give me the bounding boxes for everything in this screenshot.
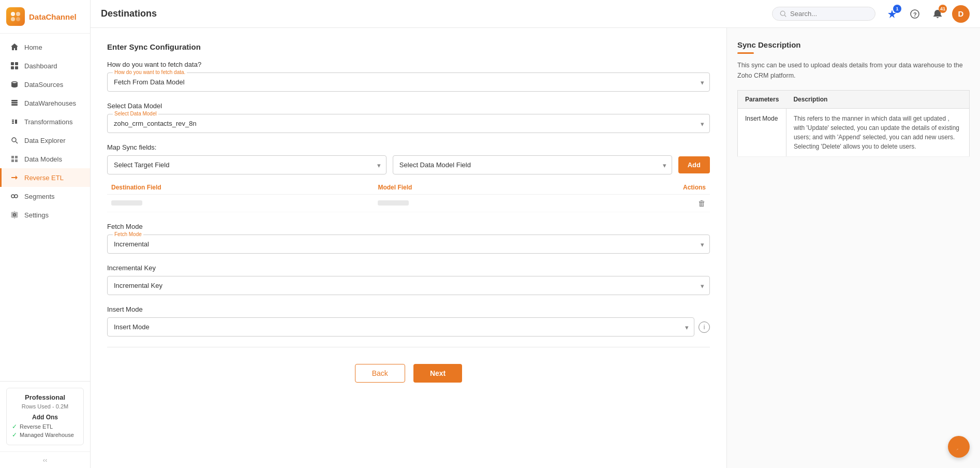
sidebar-item-data-explorer[interactable]: Data Explorer <box>0 131 90 150</box>
svg-line-12 <box>16 142 18 144</box>
data-model-field-select[interactable]: Select Data Model Field <box>393 156 672 174</box>
sync-desc-title: Sync Description <box>737 40 970 49</box>
sidebar-item-reverse-etl[interactable]: Reverse ETL <box>0 168 90 187</box>
datasources-icon <box>10 80 19 89</box>
insert-mode-info-icon[interactable]: i <box>699 321 710 333</box>
fetch-data-group: How do you want to fetch data? How do yo… <box>107 61 710 92</box>
params-header: Parameters <box>738 90 786 108</box>
fetch-mode-select-wrapper: Fetch Mode Incremental ▾ <box>107 235 710 254</box>
svg-rect-5 <box>15 62 18 65</box>
params-table: Parameters Description Insert Mode This … <box>737 90 970 157</box>
sync-desc-text: This sync can be used to upload deals de… <box>737 60 970 81</box>
data-explorer-icon <box>10 136 19 145</box>
sidebar-item-segments-label: Segments <box>24 193 55 200</box>
insert-mode-label: Insert Mode <box>107 305 710 313</box>
settings-icon <box>10 210 19 220</box>
params-row: Insert Mode This refers to the manner in… <box>738 108 970 156</box>
chat-icon <box>953 441 964 452</box>
next-button[interactable]: Next <box>413 364 462 383</box>
logo-text: DataChannel <box>29 12 77 21</box>
svg-point-3 <box>16 17 20 21</box>
sidebar-item-home-label: Home <box>24 43 42 51</box>
svg-point-13 <box>11 195 14 198</box>
map-sync-fields-label: Map Sync fields: <box>107 143 710 151</box>
param-name: Insert Mode <box>738 108 786 156</box>
svg-rect-4 <box>11 62 14 65</box>
section-title: Enter Sync Configuration <box>107 42 710 51</box>
sidebar-item-data-explorer-label: Data Explorer <box>24 137 65 144</box>
insert-mode-group: Insert Mode Insert Mode ▾ i <box>107 305 710 337</box>
data-model-field-select-wrapper: Select Data Model Field ▾ <box>393 155 672 174</box>
ai-button[interactable]: 1 <box>884 6 900 22</box>
sidebar-item-datasources[interactable]: DataSources <box>0 75 90 94</box>
notifications-button[interactable]: 41 <box>929 6 946 22</box>
fetch-data-label: How do you want to fetch data? <box>107 61 710 68</box>
incremental-key-label: Incremental Key <box>107 264 710 272</box>
header: Destinations 1 ? <box>91 0 980 28</box>
insert-mode-select-wrapper: Insert Mode ▾ <box>107 317 694 337</box>
logo-icon <box>6 7 25 26</box>
svg-point-11 <box>12 138 16 142</box>
segments-icon <box>10 192 19 201</box>
svg-text:?: ? <box>913 11 917 18</box>
add-button[interactable]: Add <box>678 156 710 173</box>
fields-table: Destination Field Model Field Actions 🗑 <box>107 181 710 212</box>
search-box[interactable] <box>772 7 875 21</box>
transformations-icon <box>10 117 19 126</box>
addon-reverse-etl: ✓ Reverse ETL <box>12 423 78 430</box>
search-input[interactable] <box>790 10 863 18</box>
ai-badge: 1 <box>893 5 901 13</box>
plan-name: Professional <box>12 393 78 401</box>
sidebar-item-settings-label: Settings <box>24 211 49 219</box>
sidebar-item-data-models-label: Data Models <box>24 155 62 163</box>
user-avatar[interactable]: D <box>952 5 970 23</box>
question-icon: ? <box>910 9 920 19</box>
sidebar-item-data-models[interactable]: Data Models <box>0 150 90 168</box>
header-icons: 1 ? 41 D <box>884 5 970 23</box>
addon-reverse-etl-label: Reverse ETL <box>20 423 53 430</box>
help-button[interactable]: ? <box>907 6 923 22</box>
model-field-placeholder <box>378 200 409 206</box>
delete-row-button[interactable]: 🗑 <box>698 199 706 208</box>
fetch-data-select[interactable]: Fetch From Data Model <box>108 73 709 91</box>
plan-rows: Rows Used - 0.2M <box>12 403 78 410</box>
description-header: Description <box>786 90 969 108</box>
data-models-icon <box>10 154 19 164</box>
back-button[interactable]: Back <box>355 364 405 383</box>
data-model-select[interactable]: zoho_crm_contacts_rev_8n <box>108 114 709 133</box>
sidebar-item-transformations[interactable]: Transformations <box>0 112 90 131</box>
incremental-key-select[interactable]: Incremental Key <box>108 276 709 295</box>
sidebar-item-home[interactable]: Home <box>0 38 90 56</box>
sidebar-navigation: Home Dashboard DataSources DataWarehouse… <box>0 34 90 381</box>
svg-point-1 <box>16 12 20 16</box>
sidebar-item-transformations-label: Transformations <box>24 118 72 126</box>
sidebar-item-datawarehouses[interactable]: DataWarehouses <box>0 94 90 112</box>
fetch-mode-group: Fetch Mode Fetch Mode Incremental ▾ <box>107 223 710 254</box>
notifications-badge: 41 <box>939 5 947 13</box>
target-field-select[interactable]: Select Target Field <box>108 156 386 174</box>
home-icon <box>10 42 19 52</box>
svg-rect-7 <box>15 66 18 69</box>
model-field-cell <box>374 195 568 212</box>
table-row: 🗑 <box>107 195 710 212</box>
page-title: Destinations <box>101 8 764 19</box>
addon-reverse-etl-check: ✓ <box>12 423 17 430</box>
right-panel: Sync Description This sync can be used t… <box>726 28 980 468</box>
addon-managed-warehouse: ✓ Managed Warehouse <box>12 431 78 438</box>
sidebar-item-datasources-label: DataSources <box>24 81 63 89</box>
logo-channel: Channel <box>46 12 77 21</box>
sidebar-collapse-button[interactable]: ‹‹ <box>0 451 90 468</box>
collapse-icon: ‹‹ <box>43 456 48 464</box>
sidebar-item-settings[interactable]: Settings <box>0 206 90 224</box>
fetch-mode-select[interactable]: Incremental <box>108 235 709 253</box>
reverse-etl-icon <box>10 173 19 182</box>
sidebar-item-reverse-etl-label: Reverse ETL <box>24 174 64 182</box>
addons-title: Add Ons <box>12 414 78 421</box>
sidebar-item-segments[interactable]: Segments <box>0 187 90 206</box>
chat-bubble-button[interactable] <box>948 436 970 458</box>
insert-mode-select[interactable]: Insert Mode <box>108 318 694 336</box>
sidebar-item-dashboard[interactable]: Dashboard <box>0 56 90 75</box>
target-field-select-wrapper: Select Target Field ▾ <box>107 155 387 174</box>
actions-cell: 🗑 <box>568 195 710 212</box>
sidebar-item-datawarehouses-label: DataWarehouses <box>24 99 76 107</box>
